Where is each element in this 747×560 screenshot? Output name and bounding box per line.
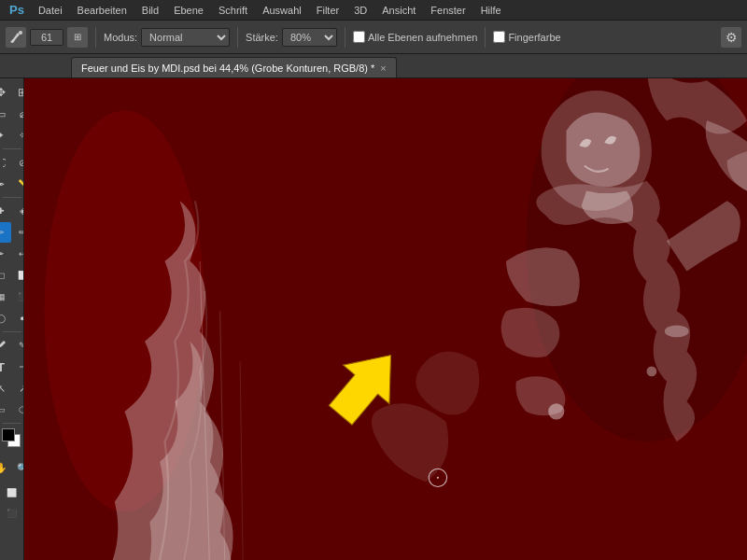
tool-pair-stamp: ✒ ↩ [0,244,24,264]
toolbar-sep-1 [95,27,96,48]
foreground-color-swatch[interactable] [2,428,15,441]
svg-point-0 [19,31,22,35]
tool-fill[interactable]: ⬛ [12,287,24,307]
tool-text[interactable]: T [0,357,11,377]
tool-eraser[interactable]: ◻ [0,265,11,286]
menu-auswahl[interactable]: Auswahl [256,3,308,18]
tool-pair-nav: ✋ 🔍 [0,457,24,478]
svg-point-13 [437,477,439,479]
tool-sep-1 [3,148,21,149]
extra-settings-icon[interactable]: ⚙ [721,27,741,48]
tool-hand[interactable]: ✋ [0,457,11,478]
menu-fenster[interactable]: Fenster [424,3,472,18]
canvas-tab[interactable]: Feuer und Eis by MDI.psd bei 44,4% (Grob… [71,57,397,77]
app-logo: Ps [4,3,30,17]
tool-quick-select[interactable]: ✦ [0,125,11,146]
menu-hilfe[interactable]: Hilfe [474,3,508,18]
tool-pair-eyedropper: ✒ 📏 [0,174,24,194]
tool-clone-stamp[interactable]: ✒ [0,244,11,264]
tool-path-select[interactable]: ↖ [0,378,11,399]
tool-dodge[interactable]: ◯ [0,308,11,329]
menu-filter[interactable]: Filter [310,3,345,18]
staerke-group: Stärke: 80% 100% 60% 40% [246,28,337,47]
tool-pen[interactable] [0,335,11,356]
tool-rect-marquee[interactable]: ▭ [0,104,11,124]
toolbar-sep-2 [237,27,238,48]
alle-ebenen-label: Alle Ebenen aufnehmen [368,32,477,43]
tool-pair-marquee: ▭ ⌀ [0,104,24,124]
tool-direct-select[interactable]: ↗ [12,378,24,399]
tab-close-button[interactable]: × [380,63,386,74]
tool-sep-4 [3,423,21,424]
tool-vertical-text[interactable]: T [12,357,24,377]
tool-artboard[interactable]: ⊞ [12,82,24,103]
tool-gradient[interactable]: ▦ [0,287,11,307]
tool-shape2[interactable]: ⬡ [12,399,24,420]
brush-toggle-icon[interactable]: ⊞ [67,27,88,48]
artwork [24,78,747,560]
alle-ebenen-checkbox[interactable] [353,31,365,43]
tool-brush[interactable]: ✏ [0,222,11,243]
tool-pair-text: T T [0,357,24,377]
svg-point-7 [665,325,689,337]
toolbar-sep-3 [345,27,345,48]
tool-pair-pen: ✎ [0,335,24,356]
svg-point-6 [647,367,657,377]
menu-ebene[interactable]: Ebene [167,3,210,18]
toolbar: ⊞ Modus: Normal Auflösen Abdunkeln Multi… [0,21,747,54]
artwork-svg [24,78,747,560]
tool-pair-eraser: ◻ ⬜ [0,265,24,286]
modus-select[interactable]: Normal Auflösen Abdunkeln Multiplizieren [141,28,230,47]
modus-group: Modus: Normal Auflösen Abdunkeln Multipl… [104,28,230,47]
tool-move[interactable]: ✥ [0,82,11,103]
tool-pair-move: ✥ ⊞ [0,82,24,103]
menu-ansicht[interactable]: Ansicht [375,3,422,18]
fingerfarbe-group: Fingerfarbe [493,31,560,43]
left-toolbar: ✥ ⊞ ▭ ⌀ ✦ ✧ ⛶ [0,78,24,560]
tool-pair-heal: ✚ ◈ [0,201,24,221]
toolbar-sep-4 [485,27,486,48]
fingerfarbe-checkbox[interactable] [493,31,505,43]
tool-history-brush[interactable]: ↩ [12,244,24,264]
tool-pair-path: ↖ ↗ [0,378,24,399]
tool-extra-2[interactable]: ⬛ [2,503,22,524]
tool-freeform-pen[interactable]: ✎ [12,335,24,356]
tool-spot-heal[interactable]: ✚ [0,201,11,221]
staerke-select[interactable]: 80% 100% 60% 40% [282,28,337,47]
modus-label: Modus: [104,32,137,43]
tool-lasso[interactable]: ⌀ [12,104,24,124]
tool-magic-wand[interactable]: ✧ [12,125,24,146]
menu-bearbeiten[interactable]: Bearbeiten [71,3,134,18]
tool-bg-eraser[interactable]: ⬜ [12,265,24,286]
main-area: ✥ ⊞ ▭ ⌀ ✦ ✧ ⛶ [0,78,747,560]
tool-zoom[interactable]: 🔍 [12,457,24,478]
tool-pair-gradient: ▦ ⬛ [0,287,24,307]
tool-shape[interactable]: ▭ [0,399,11,420]
menu-3d[interactable]: 3D [347,3,374,18]
tool-crop[interactable]: ⛶ [0,152,11,173]
brush-size-input[interactable] [30,29,63,46]
tool-ruler[interactable]: 📏 [12,174,24,194]
tool-sep-3 [3,331,21,332]
tab-title: Feuer und Eis by MDI.psd bei 44,4% (Grob… [81,63,374,74]
tool-extra-1[interactable]: ⬜ [2,483,22,503]
canvas-area[interactable] [24,78,747,560]
tool-pencil[interactable]: ✏ [12,222,24,243]
tool-pair-dodge: ◯ ● [0,308,24,329]
tool-pair-shape: ▭ ⬡ [0,399,24,420]
tool-pair-select: ✦ ✧ [0,125,24,146]
tool-patch[interactable]: ◈ [12,201,24,221]
tool-slice[interactable]: ⊘ [12,152,24,173]
tool-sep-2 [3,197,21,198]
color-swatches[interactable] [2,428,22,455]
menu-bild[interactable]: Bild [135,3,165,18]
menu-bar: Ps Datei Bearbeiten Bild Ebene Schrift A… [0,0,747,21]
tool-pair-crop: ⛶ ⊘ [0,152,24,173]
menu-schrift[interactable]: Schrift [212,3,254,18]
brush-tool-group: ⊞ [6,27,88,48]
tool-eyedropper[interactable]: ✒ [0,174,11,194]
tool-pair-brush: ✏ ✏ [0,222,24,243]
menu-datei[interactable]: Datei [32,3,69,18]
tool-burn[interactable]: ● [12,308,24,329]
brush-icon[interactable] [6,27,26,48]
